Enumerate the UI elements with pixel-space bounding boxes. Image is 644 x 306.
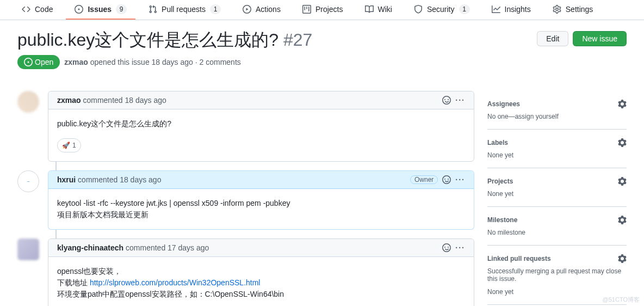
smiley-icon[interactable] — [442, 96, 451, 105]
graph-icon — [492, 5, 500, 14]
kebab-icon[interactable]: ··· — [455, 175, 465, 184]
comment-link[interactable]: http://slproweb.com/products/Win32OpenSS… — [90, 278, 261, 287]
comment-meta: commented 18 days ago — [81, 96, 166, 105]
avatar[interactable] — [17, 91, 39, 113]
reaction-count: 1 — [72, 142, 76, 149]
smiley-icon[interactable] — [442, 175, 451, 184]
milestone-body: No milestone — [487, 229, 627, 236]
comment-meta: commented 17 days ago — [123, 243, 209, 252]
labels-body: None yet — [487, 151, 627, 159]
assignees-title: Assignees — [487, 100, 520, 108]
avatar[interactable] — [17, 238, 39, 260]
tab-code-label: Code — [35, 5, 53, 14]
tab-pulls-label: Pull requests — [162, 5, 206, 14]
project-icon — [302, 5, 311, 14]
assign-yourself-link[interactable]: No one—assign yourself — [487, 113, 627, 120]
tab-issues[interactable]: Issues 9 — [66, 0, 135, 20]
repo-tabs: Code Issues 9 Pull requests 1 Actions Pr… — [0, 0, 644, 20]
tab-actions[interactable]: Actions — [234, 1, 289, 19]
projects-body: None yet — [487, 190, 627, 198]
watermark: @51CTO博客 — [603, 296, 640, 304]
avatar[interactable]: ~ — [17, 170, 39, 192]
book-icon — [365, 5, 374, 14]
comment-text: 下载地址 http://slproweb.com/products/Win32O… — [57, 277, 465, 289]
new-issue-button[interactable]: New issue — [573, 31, 627, 46]
issue-opened-meta: opened this issue 18 days ago · 2 commen… — [88, 58, 241, 66]
gear-icon — [553, 5, 561, 14]
code-icon — [22, 5, 30, 14]
tab-settings[interactable]: Settings — [544, 1, 602, 19]
tab-code[interactable]: Code — [13, 1, 61, 19]
reaction-button[interactable]: 🚀 1 — [57, 138, 81, 152]
pr-icon — [148, 5, 157, 14]
issue-icon — [75, 5, 83, 14]
gear-icon[interactable] — [618, 216, 627, 224]
edit-button[interactable]: Edit — [537, 31, 568, 46]
gear-icon[interactable] — [618, 100, 627, 108]
play-icon — [243, 5, 251, 14]
projects-title: Projects — [487, 178, 513, 185]
labels-title: Labels — [487, 139, 508, 146]
issue-title-text: public.key这个文件是怎么生成的? — [17, 30, 278, 50]
comment-text: 环境变量path中配置openssl安装路径，如：C:\OpenSSL-Win6… — [57, 289, 465, 300]
kebab-icon[interactable]: ··· — [455, 96, 465, 105]
reaction-emoji: 🚀 — [62, 142, 70, 149]
linked-help: Successfully merging a pull request may … — [487, 267, 627, 283]
linked-title: Linked pull requests — [487, 255, 551, 262]
gear-icon[interactable] — [618, 254, 627, 263]
comment-header-text: zxmao commented 18 days ago — [57, 96, 166, 105]
comment-text: openssl也要安装， — [57, 266, 465, 277]
comment-header-text: hxrui commented 18 days ago — [57, 175, 161, 184]
comment-author[interactable]: klyang-chinaatech — [57, 243, 123, 252]
issues-count: 9 — [116, 4, 127, 14]
comment-text: public.key这个文件是怎么生成的? — [57, 118, 465, 130]
comment-header-text: klyang-chinaatech commented 17 days ago — [57, 243, 209, 252]
kebab-icon[interactable]: ··· — [455, 243, 465, 252]
tab-projects[interactable]: Projects — [294, 1, 352, 19]
tab-projects-label: Projects — [315, 5, 343, 14]
tab-issues-label: Issues — [88, 5, 112, 14]
state-badge: Open — [17, 55, 60, 69]
tab-insights-label: Insights — [505, 5, 531, 14]
tab-settings-label: Settings — [566, 5, 593, 14]
pulls-count: 1 — [210, 4, 221, 14]
comment-text: keytool -list -rfc --keystore jwt.jks | … — [57, 198, 465, 209]
tab-pulls[interactable]: Pull requests 1 — [140, 0, 230, 20]
owner-badge: Owner — [410, 175, 438, 184]
linked-body: None yet — [487, 288, 627, 296]
comment-text: 项目新版本文档我最近更新 — [57, 209, 465, 221]
tab-insights[interactable]: Insights — [483, 1, 540, 19]
issue-author[interactable]: zxmao — [64, 58, 88, 66]
tab-actions-label: Actions — [256, 5, 281, 14]
state-label: Open — [35, 58, 53, 66]
comment-meta: commented 18 days ago — [76, 175, 161, 184]
issue-open-icon — [24, 58, 33, 66]
issue-title: public.key这个文件是怎么生成的? #27 — [17, 29, 312, 51]
tab-security-label: Security — [427, 5, 455, 14]
tab-security[interactable]: Security 1 — [405, 0, 479, 20]
gear-icon[interactable] — [618, 138, 627, 147]
comment-author[interactable]: hxrui — [57, 175, 76, 184]
comment-author[interactable]: zxmao — [57, 96, 81, 105]
security-count: 1 — [459, 4, 470, 14]
gear-icon[interactable] — [618, 177, 627, 186]
issue-number: #27 — [283, 30, 312, 50]
smiley-icon[interactable] — [442, 243, 451, 252]
tab-wiki[interactable]: Wiki — [356, 1, 401, 19]
shield-icon — [414, 5, 423, 14]
tab-wiki-label: Wiki — [378, 5, 392, 14]
milestone-title: Milestone — [487, 216, 517, 224]
issue-meta: zxmao opened this issue 18 days ago · 2 … — [64, 58, 241, 66]
